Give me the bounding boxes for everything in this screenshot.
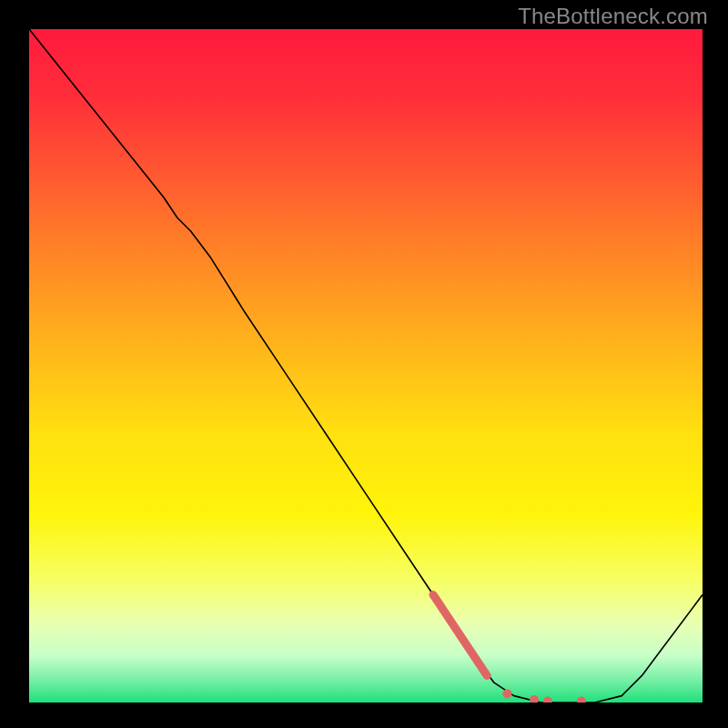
series-highlight-dots-pt-0 bbox=[502, 689, 511, 698]
gradient-background bbox=[29, 29, 703, 703]
chart-frame: TheBottleneck.com bbox=[0, 0, 728, 728]
watermark-text: TheBottleneck.com bbox=[518, 4, 708, 29]
chart-svg bbox=[29, 29, 703, 703]
plot-area bbox=[29, 29, 703, 703]
